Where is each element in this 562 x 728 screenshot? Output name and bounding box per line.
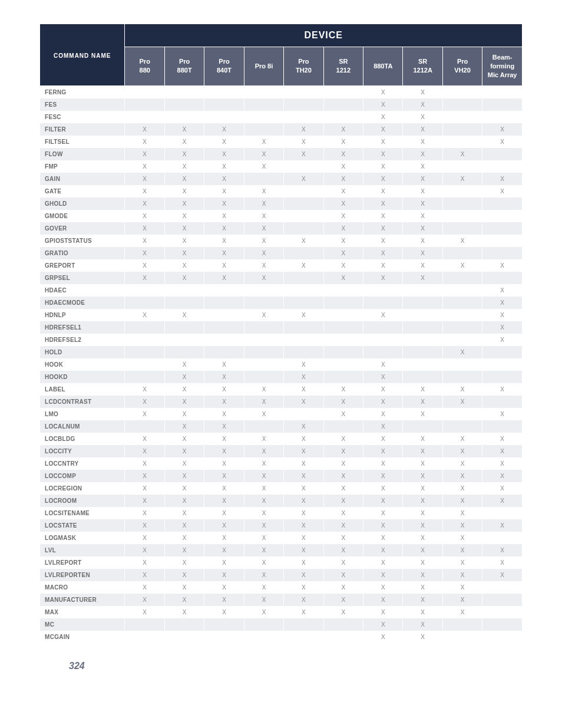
cell: X: [363, 470, 403, 482]
cell: X: [284, 606, 323, 618]
cell: X: [125, 457, 164, 470]
cell: X: [363, 111, 403, 123]
header-col-2: Pro840T: [204, 47, 244, 86]
row-command-name: HOLD: [40, 346, 125, 358]
cell: [204, 346, 244, 358]
cell: X: [363, 309, 403, 321]
cell: X: [125, 470, 164, 482]
header-col-5: SR1212: [323, 47, 363, 86]
cell: [482, 197, 523, 210]
table-row: GHOLDXXXXXXX: [40, 197, 523, 210]
cell: X: [284, 358, 323, 371]
cell: [363, 297, 403, 309]
cell: [244, 420, 283, 433]
cell: X: [244, 408, 283, 420]
cell: X: [125, 445, 164, 457]
cell: X: [164, 420, 204, 433]
cell: X: [403, 482, 442, 495]
cell: [244, 297, 283, 309]
cell: X: [323, 507, 363, 519]
cell: X: [323, 457, 363, 470]
cell: [482, 346, 523, 358]
cell: X: [323, 383, 363, 396]
cell: [482, 532, 523, 544]
cell: X: [403, 185, 442, 197]
cell: X: [125, 197, 164, 210]
cell: [482, 606, 523, 618]
cell: X: [125, 532, 164, 544]
cell: [482, 160, 523, 173]
table-row: GMODEXXXXXXX: [40, 210, 523, 222]
cell: [323, 98, 363, 111]
table-row: LOCALNUMXXXX: [40, 420, 523, 433]
cell: X: [363, 173, 403, 185]
cell: [323, 297, 363, 309]
row-command-name: GATE: [40, 185, 125, 197]
cell: X: [442, 396, 482, 408]
cell: [403, 284, 442, 297]
cell: X: [403, 197, 442, 210]
cell: X: [164, 408, 204, 420]
row-command-name: FERNG: [40, 85, 125, 98]
cell: [442, 185, 482, 197]
cell: X: [244, 581, 283, 594]
cell: X: [284, 532, 323, 544]
row-command-name: MANUFACTURER: [40, 594, 125, 606]
cell: [482, 631, 523, 643]
cell: X: [164, 482, 204, 495]
cell: X: [442, 507, 482, 519]
cell: X: [204, 272, 244, 284]
cell: X: [284, 470, 323, 482]
row-command-name: GAIN: [40, 173, 125, 185]
cell: [244, 123, 283, 136]
cell: X: [244, 606, 283, 618]
cell: X: [323, 569, 363, 581]
cell: X: [164, 445, 204, 457]
cell: X: [284, 420, 323, 433]
cell: [403, 358, 442, 371]
cell: X: [125, 594, 164, 606]
header-col-4: ProTH20: [284, 47, 323, 86]
cell: X: [204, 396, 244, 408]
table-row: LVLREPORTXXXXXXXXXX: [40, 556, 523, 569]
cell: X: [442, 581, 482, 594]
cell: X: [204, 544, 244, 556]
cell: X: [403, 457, 442, 470]
cell: X: [323, 123, 363, 136]
cell: X: [363, 371, 403, 383]
cell: [323, 631, 363, 643]
cell: X: [403, 606, 442, 618]
cell: X: [204, 482, 244, 495]
cell: X: [284, 594, 323, 606]
cell: X: [442, 457, 482, 470]
cell: [323, 358, 363, 371]
row-command-name: HDAECMODE: [40, 297, 125, 309]
cell: X: [244, 433, 283, 445]
cell: X: [403, 383, 442, 396]
cell: X: [442, 606, 482, 618]
cell: X: [363, 532, 403, 544]
cell: X: [125, 210, 164, 222]
cell: X: [323, 408, 363, 420]
cell: [403, 334, 442, 346]
row-command-name: HDNLP: [40, 309, 125, 321]
cell: [442, 210, 482, 222]
cell: X: [204, 470, 244, 482]
row-command-name: LOCALNUM: [40, 420, 125, 433]
cell: X: [442, 433, 482, 445]
page-number: 324: [69, 661, 523, 671]
row-command-name: LOCROOM: [40, 495, 125, 507]
cell: X: [164, 433, 204, 445]
table-row: HOOKDXXXX: [40, 371, 523, 383]
table-row: LVLXXXXXXXXXX: [40, 544, 523, 556]
device-compat-table: COMMAND NAME DEVICE Pro880Pro880TPro840T…: [39, 24, 523, 643]
table-row: LMOXXXXXXXX: [40, 408, 523, 420]
cell: X: [403, 433, 442, 445]
cell: [284, 98, 323, 111]
cell: [442, 334, 482, 346]
cell: X: [125, 482, 164, 495]
cell: X: [403, 631, 442, 643]
cell: [482, 396, 523, 408]
cell: X: [323, 222, 363, 235]
cell: X: [363, 556, 403, 569]
